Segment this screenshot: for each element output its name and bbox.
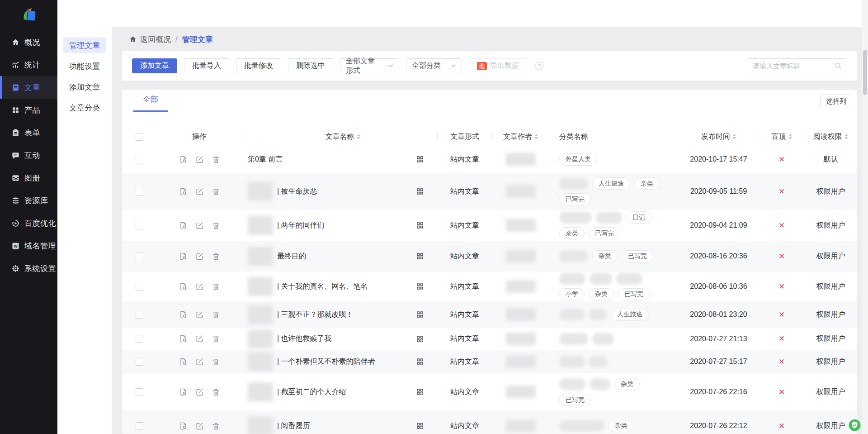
row-checkbox[interactable]: [136, 358, 143, 366]
header-发布时间[interactable]: 发布时间: [678, 128, 759, 146]
sidebar-item-11[interactable]: 系统设置: [0, 257, 57, 280]
sort-icon[interactable]: [788, 134, 792, 139]
sidebar-item-7[interactable]: 图册: [0, 167, 57, 189]
view-article-icon[interactable]: [179, 388, 188, 396]
not-pinned-icon[interactable]: ✕: [778, 387, 785, 397]
row-checkbox[interactable]: [136, 388, 143, 396]
sidebar-item-3[interactable]: 文章: [0, 76, 57, 99]
category-filter-select[interactable]: 全部分类: [406, 58, 462, 73]
edit-article-icon[interactable]: [195, 310, 204, 319]
qr-code-icon[interactable]: [416, 252, 424, 260]
header-置顶[interactable]: 置顶: [759, 128, 804, 146]
row-checkbox[interactable]: [136, 283, 143, 291]
submenu-item-1[interactable]: 管理文章: [63, 38, 106, 53]
submenu-item-2[interactable]: 功能设置: [63, 58, 106, 74]
delete-selected-button[interactable]: 删除选中: [288, 58, 333, 73]
delete-article-icon[interactable]: [212, 334, 220, 343]
sort-icon[interactable]: [732, 134, 736, 139]
header-文章作者[interactable]: 文章作者: [492, 128, 549, 146]
edit-article-icon[interactable]: [195, 358, 204, 366]
security-shield-icon[interactable]: [849, 419, 861, 431]
sidebar-item-5[interactable]: 表单: [0, 121, 57, 144]
sort-icon[interactable]: [534, 134, 538, 139]
view-article-icon[interactable]: [179, 334, 188, 343]
edit-article-icon[interactable]: [195, 388, 204, 396]
tab-all[interactable]: 全部: [133, 94, 168, 112]
qr-code-icon[interactable]: [416, 388, 424, 396]
not-pinned-icon[interactable]: ✕: [778, 221, 785, 230]
sidebar-item-6[interactable]: 互动: [0, 144, 57, 167]
not-pinned-icon[interactable]: ✕: [778, 310, 785, 320]
not-pinned-icon[interactable]: ✕: [778, 252, 785, 261]
edit-article-icon[interactable]: [195, 252, 204, 261]
vertical-scrollbar[interactable]: [862, 0, 868, 434]
delete-article-icon[interactable]: [212, 187, 220, 196]
qr-code-icon[interactable]: [416, 221, 424, 229]
view-article-icon[interactable]: [179, 282, 188, 291]
view-article-icon[interactable]: [179, 221, 188, 230]
delete-article-icon[interactable]: [212, 155, 220, 164]
edit-article-icon[interactable]: [195, 221, 204, 230]
row-checkbox[interactable]: [136, 335, 143, 343]
header-阅读权限[interactable]: 阅读权限: [804, 128, 857, 146]
delete-article-icon[interactable]: [212, 310, 220, 319]
search-icon[interactable]: [835, 62, 842, 70]
edit-article-icon[interactable]: [195, 334, 204, 343]
sidebar-item-10[interactable]: W域名管理: [0, 234, 57, 257]
breadcrumb-back-link[interactable]: 返回概况: [140, 34, 171, 45]
not-pinned-icon[interactable]: ✕: [778, 421, 785, 431]
home-icon[interactable]: [129, 35, 137, 43]
delete-article-icon[interactable]: [212, 221, 220, 230]
qr-code-icon[interactable]: [416, 187, 424, 196]
view-article-icon[interactable]: [179, 310, 188, 319]
edit-article-icon[interactable]: [195, 282, 204, 291]
edit-article-icon[interactable]: [195, 155, 204, 164]
delete-article-icon[interactable]: [212, 422, 220, 430]
row-checkbox[interactable]: [136, 422, 143, 430]
row-checkbox[interactable]: [136, 311, 143, 319]
help-icon[interactable]: ?: [535, 62, 543, 70]
qr-code-icon[interactable]: [416, 155, 424, 163]
qr-code-icon[interactable]: [416, 422, 424, 430]
not-pinned-icon[interactable]: ✕: [778, 187, 785, 196]
qr-code-icon[interactable]: [416, 358, 424, 366]
view-article-icon[interactable]: [179, 422, 188, 430]
qr-code-icon[interactable]: [416, 282, 424, 291]
sidebar-item-1[interactable]: 概况: [0, 31, 57, 53]
row-checkbox[interactable]: [136, 222, 143, 229]
view-article-icon[interactable]: [179, 252, 188, 261]
add-article-button[interactable]: 添加文章: [132, 58, 177, 73]
row-checkbox[interactable]: [136, 156, 143, 163]
sort-icon[interactable]: [844, 134, 848, 139]
batch-edit-button[interactable]: 批量修改: [236, 58, 281, 73]
submenu-item-3[interactable]: 添加文章: [63, 79, 106, 95]
not-pinned-icon[interactable]: ✕: [778, 334, 785, 343]
batch-import-button[interactable]: 批量导入: [184, 58, 229, 73]
view-article-icon[interactable]: [179, 358, 188, 366]
select-all-checkbox[interactable]: [136, 133, 143, 141]
column-select-button[interactable]: 选择列: [820, 95, 852, 108]
not-pinned-icon[interactable]: ✕: [778, 155, 785, 164]
view-article-icon[interactable]: [179, 155, 188, 164]
edit-article-icon[interactable]: [195, 187, 204, 196]
sidebar-item-9[interactable]: 百度优化: [0, 212, 57, 234]
view-article-icon[interactable]: [179, 187, 188, 196]
article-search-input[interactable]: [753, 62, 835, 70]
sidebar-item-4[interactable]: 产品: [0, 99, 57, 121]
scrollbar-thumb[interactable]: [863, 50, 867, 95]
qr-code-icon[interactable]: [416, 310, 424, 319]
sort-icon[interactable]: [357, 134, 360, 139]
delete-article-icon[interactable]: [212, 358, 220, 366]
header-文章名称[interactable]: 文章名称: [245, 128, 438, 146]
qr-code-icon[interactable]: [416, 335, 424, 343]
delete-article-icon[interactable]: [212, 282, 220, 291]
not-pinned-icon[interactable]: ✕: [778, 282, 785, 291]
delete-article-icon[interactable]: [212, 388, 220, 396]
not-pinned-icon[interactable]: ✕: [778, 357, 785, 367]
row-checkbox[interactable]: [136, 188, 143, 196]
sidebar-item-8[interactable]: 资源库: [0, 189, 57, 212]
article-form-filter-select[interactable]: 全部文章形式: [340, 58, 399, 73]
delete-article-icon[interactable]: [212, 252, 220, 261]
edit-article-icon[interactable]: [195, 422, 204, 430]
sidebar-item-2[interactable]: 统计: [0, 53, 57, 76]
